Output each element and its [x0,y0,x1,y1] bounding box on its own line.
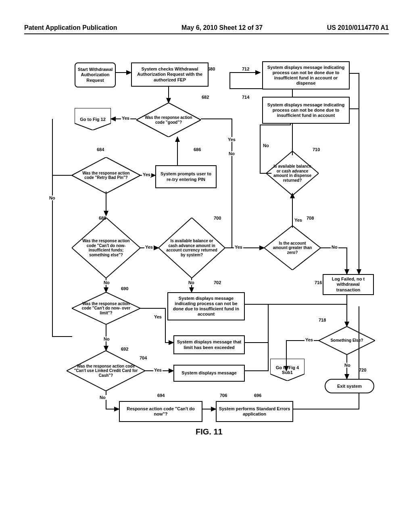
node-688-text: Was the response action code "Can't do n… [72,239,140,257]
edge-no-690: No [103,337,111,341]
flowchart: Start Withdrawal Authorization Request S… [40,56,371,500]
ref-710: 710 [313,147,320,152]
node-692-text: Was the response action code "Can't use … [67,364,145,378]
ref-702: 702 [214,280,221,285]
edge-yes-700: Yes [234,245,243,249]
node-720-text: Exit system [337,384,362,389]
node-696: System performs Standard Errors applicat… [216,401,293,422]
edge-no-708: No [331,245,338,249]
node-700: Is available balance or cash advance amo… [159,218,225,278]
node-692: Was the response action code "Can't use … [67,351,145,391]
edge-yes-692: Yes [153,368,163,372]
header-right: US 2010/0114770 A1 [327,24,389,31]
node-706: System displays message [173,365,245,382]
node-686-text: System prompts user to re-try entering P… [158,171,214,182]
ref-680: 680 [208,66,215,71]
header-center: May 6, 2010 Sheet 12 of 37 [181,24,263,31]
edge-yes-690: Yes [153,314,163,319]
edge-yes-708: Yes [294,218,303,222]
goto-fig4: Go to Fig 4 Sub1 [270,359,305,381]
node-684-text: Was the response action code "Retry Bad … [72,171,140,180]
ref-688: 688 [99,216,106,220]
node-712-text: System displays message indicating proce… [265,65,347,86]
node-690: Was the response action code "Can't do n… [72,292,140,324]
node-700-text: Is available balance or cash advance amo… [159,239,225,257]
edge-no-692: No [99,395,106,400]
ref-716: 716 [315,280,322,285]
ref-718: 718 [319,318,326,322]
node-682-text: Was the response action code "good"? [136,115,201,125]
node-710-text: Is available balance or cash advance amo… [266,164,319,183]
header-left: Patent Application Publication [24,24,117,31]
page-header: Patent Application Publication May 6, 20… [24,24,389,34]
goto12-text: Go to Fig 12 [80,117,106,122]
node-704-text: System displays message that limit has b… [176,339,242,350]
edge-no-718: No [344,363,351,368]
node-684: Was the response action code "Retry Bad … [72,157,140,193]
node-680: System checks Withdrawal Authorization R… [131,62,209,87]
node-682: Was the response action code "good"? [136,103,201,137]
node-690-text: Was the response action code "Can't do n… [72,301,140,316]
edge-no-684: No [48,195,56,200]
node-716-text: Log Failed, no t withdrawal transaction [325,276,371,293]
edge-no-710: No [262,143,270,148]
ref-708: 708 [307,216,314,220]
edge-yes-710: Yes [227,137,236,142]
node-686: System prompts user to re-try entering P… [155,165,217,188]
node-706-text: System displays message [181,370,236,376]
node-702-text: System displays message indicating proce… [170,296,242,317]
goto-fig12: Go to Fig 12 [75,108,111,130]
ref-684: 684 [97,147,104,152]
node-680-text: System checks Withdrawal Authorization R… [133,66,206,83]
edge-no-688: No [103,280,111,285]
edge-no-682: No [228,151,236,156]
node-688: Was the response action code "Can't do n… [72,218,140,278]
node-704: System displays message that limit has b… [173,335,245,354]
node-702: System displays message indicating proce… [167,292,245,320]
ref-694: 694 [157,393,165,398]
node-708-text: Is the account amount greater than zero? [264,241,321,255]
goto4-text: Go to Fig 4 Sub1 [270,365,305,375]
ref-700: 700 [214,216,221,220]
node-696-text: System performs Standard Errors applicat… [218,406,291,417]
ref-712: 712 [242,66,249,71]
ref-706: 706 [220,393,227,398]
node-710: Is available balance or cash advance amo… [266,151,319,195]
start-node: Start Withdrawal Authorization Request [75,62,116,87]
edge-no-700: No [188,280,195,285]
edge-yes-718: Yes [305,337,314,342]
edge-yes-688: Yes [144,245,154,249]
edge-yes-684: Yes [142,172,151,177]
node-720: Exit system [325,379,374,393]
figure-label: FIG. 11 [196,427,223,436]
ref-692: 692 [121,347,128,351]
ref-720: 720 [359,368,366,372]
node-718: Something Else? [319,326,375,355]
ref-696: 696 [254,393,261,398]
node-694: Response action code "Can't do now"? [119,401,202,422]
ref-690: 690 [121,286,128,291]
start-text: Start Withdrawal Authorization Request [77,67,113,83]
node-716: Log Failed, no t withdrawal transaction [323,274,374,295]
node-718-text: Something Else? [323,338,370,343]
ref-682: 682 [202,95,209,100]
node-712: System displays message indicating proce… [262,61,350,89]
node-714: System displays message indicating proce… [262,97,350,124]
node-714-text: System displays message indicating proce… [265,102,347,118]
edge-yes-682: Yes [121,116,130,121]
ref-704: 704 [140,355,147,360]
ref-714: 714 [242,95,249,100]
ref-686: 686 [194,147,201,152]
node-694-text: Response action code "Can't do now"? [121,406,200,417]
node-708: Is the account amount greater than zero? [264,226,321,270]
